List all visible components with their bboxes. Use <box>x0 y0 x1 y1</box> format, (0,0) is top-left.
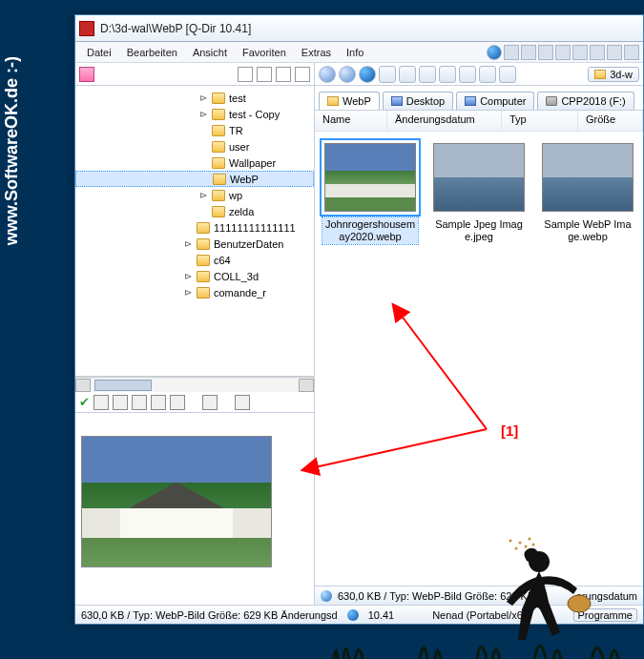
tree-item[interactable]: ⊳test - Copy <box>75 106 314 122</box>
expand-icon[interactable]: ⊳ <box>197 93 208 103</box>
column-name[interactable]: Name <box>315 111 387 131</box>
globe-icon[interactable] <box>487 45 502 60</box>
preview-tool-icon[interactable] <box>151 395 166 410</box>
toolbar-icon[interactable] <box>399 66 416 83</box>
app-icon <box>79 21 94 36</box>
thumb-image <box>542 143 634 212</box>
tab-computer[interactable]: Computer <box>456 92 534 110</box>
tree-label: BenutzerDaten <box>214 238 283 250</box>
tree-item[interactable]: TR <box>75 122 314 138</box>
left-pane: ⊳test⊳test - CopyTRuserWallpaperWebP⊳wpz… <box>75 63 315 605</box>
grid-icon[interactable] <box>238 67 253 82</box>
search-icon[interactable] <box>276 67 291 82</box>
preview-tool-icon[interactable] <box>132 395 147 410</box>
tree-item[interactable]: ⊳test <box>75 90 314 106</box>
file-thumb[interactable]: Johnrogershousemay2020.webp <box>322 143 418 244</box>
scroll-track[interactable] <box>91 379 299 392</box>
folder-icon <box>212 190 225 201</box>
tree-item[interactable]: Wallpaper <box>75 154 314 171</box>
tree-label: Wallpaper <box>229 157 276 169</box>
tree-item[interactable]: user <box>75 138 314 154</box>
tree-label: test <box>229 93 246 104</box>
drive-icon <box>546 96 557 106</box>
tab-drive[interactable]: CPP2018 (F:) <box>537 92 634 110</box>
tab-desktop[interactable]: Desktop <box>383 92 453 110</box>
horizontal-scrollbar[interactable] <box>75 377 314 392</box>
check-icon[interactable]: ✔ <box>79 395 90 409</box>
toolbar-icon[interactable] <box>419 66 436 83</box>
tree-item[interactable]: ⊳BenutzerDaten <box>75 236 314 252</box>
tree-item[interactable]: ⊳COLL_3d <box>75 268 314 284</box>
folder-icon <box>212 125 225 136</box>
file-thumb[interactable]: Sample Jpeg Image.jpeg <box>431 143 527 244</box>
folder-icon <box>212 93 225 104</box>
view-icon[interactable] <box>257 67 272 82</box>
toolbar-icon[interactable] <box>499 66 516 83</box>
tab-webp[interactable]: WebP <box>319 92 380 110</box>
scroll-thumb[interactable] <box>94 380 152 391</box>
path-breadcrumb[interactable]: 3d-w <box>588 67 639 82</box>
toolbar-icon[interactable] <box>504 45 519 60</box>
scroll-right-arrow[interactable] <box>299 379 314 392</box>
watermark-text: www.SoftwareOK.de :-) <box>2 55 22 244</box>
menu-extras[interactable]: Extras <box>294 47 339 58</box>
preview-tool-icon[interactable] <box>202 395 218 410</box>
tree-item[interactable]: c64 <box>75 252 314 268</box>
tree-label: zelda <box>229 206 254 217</box>
toolbar-icon[interactable] <box>459 66 476 83</box>
column-type[interactable]: Typ <box>502 111 578 131</box>
menu-view[interactable]: Ansicht <box>185 47 235 58</box>
toolbar-icon[interactable] <box>624 45 639 60</box>
disk-icon <box>321 590 332 602</box>
expand-icon[interactable]: ⊳ <box>182 287 193 298</box>
folder-icon <box>213 174 226 185</box>
column-size[interactable]: Größe <box>578 111 643 131</box>
close-icon[interactable] <box>295 67 310 82</box>
toolbar-icon[interactable] <box>590 45 605 60</box>
menu-edit[interactable]: Bearbeiten <box>119 47 185 58</box>
preview-tool-icon[interactable] <box>170 395 185 410</box>
tree-label: user <box>229 141 249 153</box>
tree-item[interactable]: 11111111111111 <box>75 219 314 236</box>
toolbar-icon[interactable] <box>379 66 396 83</box>
toolbar-icon[interactable] <box>439 66 456 83</box>
folder-tree[interactable]: ⊳test⊳test - CopyTRuserWallpaperWebP⊳wpz… <box>75 86 314 377</box>
right-toolbar: 3d-w <box>315 63 643 86</box>
back-icon[interactable] <box>319 66 336 83</box>
svg-point-3 <box>568 595 591 612</box>
preview-tool-icon[interactable] <box>93 395 109 410</box>
toolbar-icon[interactable] <box>479 66 496 83</box>
tree-label: c64 <box>214 255 231 266</box>
forward-icon[interactable] <box>339 66 356 83</box>
pin-icon[interactable] <box>79 67 94 82</box>
tree-item[interactable]: ⊳comande_r <box>75 284 314 300</box>
toolbar-icon[interactable] <box>538 45 553 60</box>
expand-icon[interactable]: ⊳ <box>182 271 193 281</box>
folder-icon <box>212 141 225 153</box>
app-window: D:\3d-wal\WebP [Q-Dir 10.41] Datei Bearb… <box>74 14 644 625</box>
preview-tool-icon[interactable] <box>113 395 128 410</box>
tree-item[interactable]: WebP <box>75 171 314 187</box>
tree-label: WebP <box>230 174 259 185</box>
menu-file[interactable]: Datei <box>79 47 119 58</box>
file-thumb[interactable]: Sample WebP Image.webp <box>540 143 635 244</box>
globe-icon[interactable] <box>359 66 376 83</box>
menu-info[interactable]: Info <box>339 47 371 58</box>
svg-point-8 <box>509 540 512 543</box>
toolbar-icon[interactable] <box>521 45 536 60</box>
toolbar-icon[interactable] <box>607 45 622 60</box>
expand-icon[interactable]: ⊳ <box>197 109 208 119</box>
tree-item[interactable]: zelda <box>75 203 314 219</box>
toolbar-icon[interactable] <box>555 45 571 60</box>
menu-favorites[interactable]: Favoriten <box>235 47 294 58</box>
expand-icon[interactable]: ⊳ <box>182 238 193 249</box>
column-date[interactable]: Änderungsdatum <box>387 111 502 131</box>
expand-icon[interactable]: ⊳ <box>197 190 208 200</box>
thumbnail-view[interactable]: Johnrogershousemay2020.webp Sample Jpeg … <box>315 132 643 586</box>
preview-panel <box>75 413 314 605</box>
tree-item[interactable]: ⊳wp <box>75 187 314 203</box>
scroll-left-arrow[interactable] <box>75 379 91 392</box>
titlebar[interactable]: D:\3d-wal\WebP [Q-Dir 10.41] <box>75 15 643 42</box>
toolbar-icon[interactable] <box>572 45 588 60</box>
preview-tool-icon[interactable] <box>235 395 250 410</box>
